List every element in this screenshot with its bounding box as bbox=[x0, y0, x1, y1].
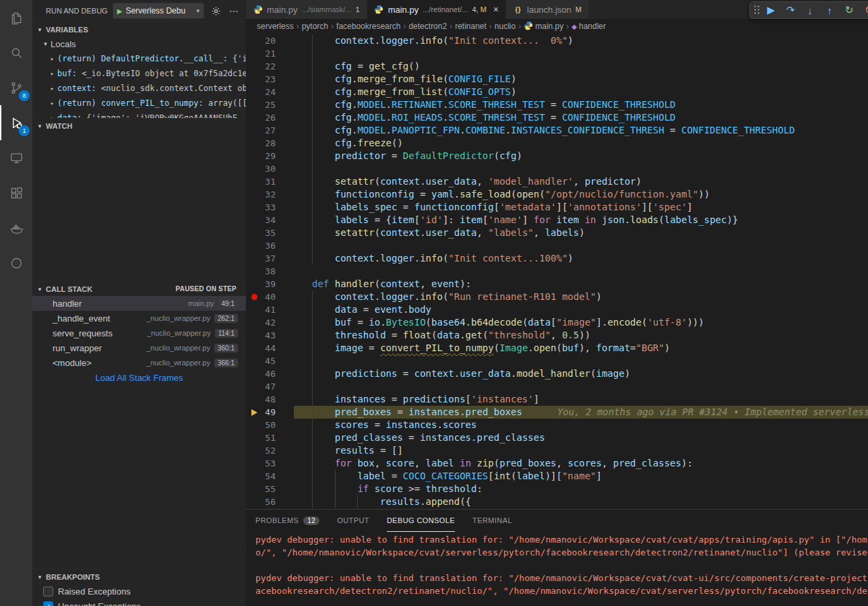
code-editor[interactable]: 20context.logger.info("Init context... 0… bbox=[246, 34, 868, 509]
gutter[interactable]: 33 bbox=[246, 201, 294, 214]
load-all-stack-frames-link[interactable]: Load All Stack Frames bbox=[32, 370, 246, 385]
gutter[interactable]: 53 bbox=[246, 457, 294, 470]
code-line[interactable]: 56results.append({ bbox=[246, 495, 868, 508]
activity-item-remote-explorer[interactable] bbox=[0, 140, 32, 175]
stack-frame[interactable]: handlermain.py49:1 bbox=[32, 296, 246, 311]
gutter[interactable]: 55 bbox=[246, 483, 294, 495]
gutter[interactable]: 37 bbox=[246, 252, 294, 265]
chevron-right-icon[interactable]: ▸ bbox=[47, 70, 57, 77]
step-over-button[interactable]: ↷ bbox=[782, 2, 799, 18]
drag-handle-icon[interactable] bbox=[753, 5, 760, 16]
gutter[interactable]: 30 bbox=[246, 162, 294, 175]
gutter[interactable]: 28 bbox=[246, 137, 294, 150]
gutter[interactable]: 52 bbox=[246, 444, 294, 457]
activity-item-search[interactable] bbox=[0, 35, 32, 70]
chevron-right-icon[interactable]: ▸ bbox=[47, 100, 57, 107]
gutter[interactable]: 56 bbox=[246, 495, 294, 508]
gutter[interactable]: 32 bbox=[246, 188, 294, 201]
gutter[interactable]: 44 bbox=[246, 342, 294, 355]
gutter[interactable]: 42 bbox=[246, 316, 294, 329]
code-line[interactable]: 43threshold = float(data.get("threshold"… bbox=[246, 329, 868, 342]
breadcrumb-item-serverless[interactable]: serverless bbox=[257, 22, 294, 31]
stack-frame[interactable]: serve_requests_nuclio_wrapper.py114:1 bbox=[32, 326, 246, 340]
breadcrumb-item-main.py[interactable]: main.py bbox=[524, 21, 563, 32]
debug-console-output[interactable]: pydev debugger: unable to find translati… bbox=[246, 532, 868, 606]
gutter[interactable]: 54 bbox=[246, 470, 294, 483]
breadcrumb-item-pytorch[interactable]: pytorch bbox=[302, 22, 328, 31]
panel-tab-output[interactable]: OUTPUT bbox=[337, 510, 369, 532]
code-line[interactable]: 22cfg = get_cfg() bbox=[246, 60, 868, 73]
activity-item-circle-extension[interactable] bbox=[0, 245, 32, 280]
gutter[interactable]: 22 bbox=[246, 60, 294, 73]
activity-item-run-and-debug[interactable]: 1 bbox=[0, 105, 32, 140]
gutter[interactable]: 34 bbox=[246, 214, 294, 226]
breakpoint-item[interactable]: Raised Exceptions bbox=[32, 584, 246, 599]
variables-section-header[interactable]: ▾ VARIABLES bbox=[32, 22, 246, 36]
code-line[interactable]: 50scores = instances.scores bbox=[246, 419, 868, 431]
gutter[interactable]: 23 bbox=[246, 73, 294, 86]
code-line[interactable]: 30 bbox=[246, 162, 868, 175]
activity-item-explorer[interactable] bbox=[0, 0, 32, 35]
gutter[interactable]: 47 bbox=[246, 380, 294, 393]
gutter[interactable]: 51 bbox=[246, 431, 294, 444]
gutter[interactable]: 35 bbox=[246, 226, 294, 239]
code-line[interactable]: 52results = [] bbox=[246, 444, 868, 457]
gutter[interactable]: 49 bbox=[246, 406, 294, 419]
code-line[interactable]: 38 bbox=[246, 265, 868, 278]
more-actions-icon[interactable]: ⋯ bbox=[227, 5, 241, 16]
gutter[interactable]: 24 bbox=[246, 86, 294, 98]
code-line[interactable]: 45 bbox=[246, 355, 868, 367]
stack-frame[interactable]: _handle_event_nuclio_wrapper.py262:1 bbox=[32, 311, 246, 326]
call-stack-section-header[interactable]: ▾ CALL STACK PAUSED ON STEP bbox=[32, 281, 246, 296]
code-line[interactable]: 44image = convert_PIL_to_numpy(Image.ope… bbox=[246, 342, 868, 355]
breakpoint-icon[interactable] bbox=[249, 294, 259, 300]
code-line[interactable]: 41data = event.body bbox=[246, 303, 868, 316]
gutter[interactable]: 20 bbox=[246, 34, 294, 47]
breadcrumb-item-retinanet[interactable]: retinanet bbox=[455, 22, 487, 31]
chevron-right-icon[interactable]: ▸ bbox=[47, 85, 57, 92]
code-line[interactable]: 47 bbox=[246, 380, 868, 393]
gutter[interactable]: 46 bbox=[246, 367, 294, 380]
code-line[interactable]: 35setattr(context.user_data, "labels", l… bbox=[246, 226, 868, 239]
breakpoint-item[interactable]: ✓Uncaught Exceptions bbox=[32, 599, 246, 606]
start-debug-icon[interactable]: ▶ bbox=[117, 7, 123, 15]
code-line[interactable]: 42buf = io.BytesIO(base64.b64decode(data… bbox=[246, 316, 868, 329]
step-into-button[interactable]: ↓ bbox=[801, 2, 819, 18]
gutter[interactable]: 41 bbox=[246, 303, 294, 316]
variable-row[interactable]: ▸context: <nuclio_sdk.context.Context ob… bbox=[32, 81, 246, 96]
breadcrumb-item-detectron2[interactable]: detectron2 bbox=[408, 22, 447, 31]
code-line[interactable]: 46predictions = context.user_data.model_… bbox=[246, 367, 868, 380]
variable-row[interactable]: ▸(return) DefaultPredictor.__call__: {'i… bbox=[32, 51, 246, 66]
gutter[interactable]: 38 bbox=[246, 265, 294, 278]
code-line[interactable]: 40context.logger.info("Run retinanet-R10… bbox=[246, 291, 868, 303]
gutter[interactable]: 27 bbox=[246, 124, 294, 137]
code-line[interactable]: 26cfg.MODEL.ROI_HEADS.SCORE_THRESH_TEST … bbox=[246, 111, 868, 124]
breadcrumb-item-facebookresearch[interactable]: facebookresearch bbox=[336, 22, 400, 31]
panel-tab-debug-console[interactable]: DEBUG CONSOLE bbox=[387, 510, 455, 532]
code-line[interactable]: 32functionconfig = yaml.safe_load(open("… bbox=[246, 188, 868, 201]
code-line[interactable]: 37context.logger.info("Init context...10… bbox=[246, 252, 868, 265]
disconnect-button[interactable] bbox=[860, 2, 868, 18]
stack-frame[interactable]: <module>_nuclio_wrapper.py366:1 bbox=[32, 355, 246, 370]
watch-section-header[interactable]: ▾ WATCH bbox=[32, 118, 246, 133]
tab-launch.json[interactable]: {}launch.jsonM bbox=[506, 0, 589, 19]
activity-item-docker[interactable] bbox=[0, 210, 32, 245]
restart-button[interactable]: ↻ bbox=[840, 2, 858, 18]
code-line[interactable]: 20context.logger.info("Init context... 0… bbox=[246, 34, 868, 47]
code-line[interactable]: 27cfg.MODEL.PANOPTIC_FPN.COMBINE.INSTANC… bbox=[246, 124, 868, 137]
gutter[interactable]: 21 bbox=[246, 47, 294, 60]
code-line[interactable]: 33labels_spec = functionconfig['metadata… bbox=[246, 201, 868, 214]
gutter[interactable]: 25 bbox=[246, 98, 294, 111]
breadcrumb-item-nuclio[interactable]: nuclio bbox=[495, 22, 516, 31]
code-line[interactable]: 34labels = {item['id']: item['name'] for… bbox=[246, 214, 868, 226]
panel-tab-problems[interactable]: PROBLEMS12 bbox=[255, 510, 319, 532]
code-line[interactable]: 48instances = predictions['instances'] bbox=[246, 393, 868, 406]
gutter[interactable]: 36 bbox=[246, 239, 294, 252]
gutter[interactable]: 43 bbox=[246, 329, 294, 342]
code-line[interactable]: 39def handler(context, event): bbox=[246, 278, 868, 291]
tab-main.py[interactable]: main.py.../retinanet/...4, M× bbox=[367, 0, 506, 19]
activity-item-source-control[interactable]: 8 bbox=[0, 70, 32, 105]
code-line[interactable]: 28cfg.freeze() bbox=[246, 137, 868, 150]
stack-frame[interactable]: run_wrapper_nuclio_wrapper.py360:1 bbox=[32, 340, 246, 355]
step-out-button[interactable]: ↑ bbox=[821, 2, 838, 18]
